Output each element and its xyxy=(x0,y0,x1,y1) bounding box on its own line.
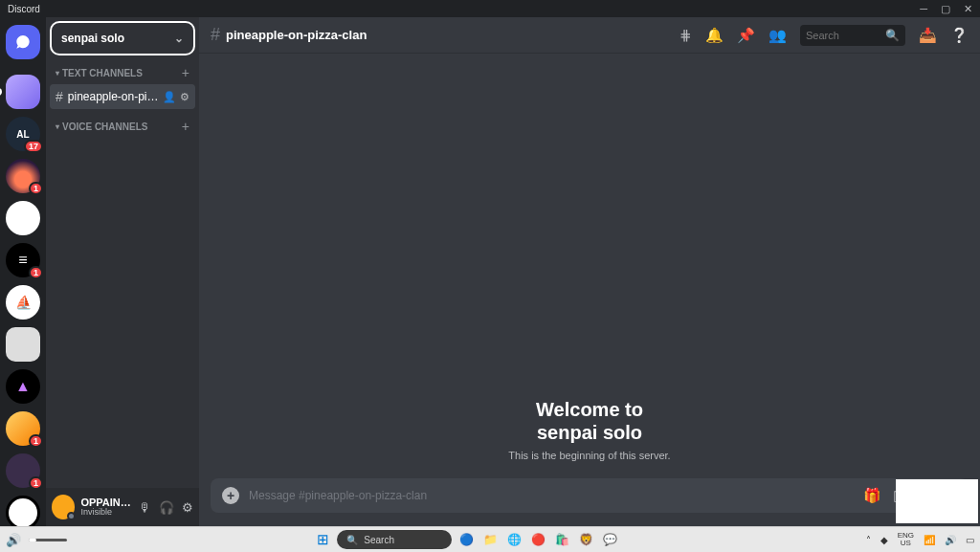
server-name: senpai solo xyxy=(61,32,124,45)
start-button[interactable]: ⊞ xyxy=(313,530,332,549)
category-label: VOICE CHANNELS xyxy=(62,121,147,132)
composer-wrap: + Message #pineapple-on-pizza-clan 🎁 ◫ ▭… xyxy=(199,478,980,526)
server-icon-current[interactable] xyxy=(6,75,40,109)
category-text-channels[interactable]: ▾ TEXT CHANNELS + xyxy=(50,61,195,84)
gift-icon[interactable]: 🎁 xyxy=(863,487,881,504)
server-icon[interactable]: 1 xyxy=(6,159,40,193)
language-indicator[interactable]: ENG US xyxy=(898,532,914,547)
chevron-down-icon: ⌄ xyxy=(174,32,184,45)
server-icon[interactable] xyxy=(6,201,40,235)
search-icon: 🔍 xyxy=(346,535,358,545)
taskbar-app-chrome[interactable]: 🌐 xyxy=(504,530,523,549)
taskbar-app-discord[interactable]: 💬 xyxy=(600,530,619,549)
header-channel-name: pineapple-on-pizza-clan xyxy=(226,28,367,42)
battery-icon[interactable]: ▭ xyxy=(966,535,974,545)
welcome-heading: Welcome to senpai solo xyxy=(536,398,643,444)
search-icon: 🔍 xyxy=(885,29,900,42)
message-composer[interactable]: + Message #pineapple-on-pizza-clan 🎁 ◫ ▭… xyxy=(211,478,969,513)
channel-list: ▾ TEXT CHANNELS + # pineapple-on-pizz...… xyxy=(46,61,199,488)
invite-icon[interactable]: 👤 xyxy=(163,91,176,103)
user-status: Invisible xyxy=(80,508,133,518)
taskbar-center: ⊞ 🔍 Search 🔵 📁 🌐 🔴 🛍️ 🦁 💬 xyxy=(75,530,858,549)
server-name-dropdown[interactable]: senpai solo ⌄ xyxy=(50,21,195,55)
server-icon[interactable]: AL17 xyxy=(6,117,40,151)
server-folder[interactable]: 1 xyxy=(6,411,40,446)
app-title: Discord xyxy=(8,4,920,14)
category-label: TEXT CHANNELS xyxy=(62,68,143,78)
server-icon[interactable]: ≡1 xyxy=(6,243,40,277)
status-indicator xyxy=(67,512,76,520)
taskbar-search-label: Search xyxy=(364,535,394,545)
chevron-down-icon: ▾ xyxy=(56,122,59,131)
add-channel-button[interactable]: + xyxy=(182,119,189,134)
home-button[interactable] xyxy=(6,25,40,59)
badge: 1 xyxy=(29,434,43,448)
minimize-button[interactable]: ─ xyxy=(920,3,927,15)
channel-name: pineapple-on-pizz... xyxy=(68,90,163,103)
volume-slider[interactable] xyxy=(29,539,67,541)
attach-button[interactable]: + xyxy=(222,487,239,504)
tray-icon[interactable]: ◆ xyxy=(880,535,888,545)
gear-icon[interactable]: ⚙ xyxy=(180,91,189,103)
channel-controls: 👤 ⚙ xyxy=(163,91,189,103)
mute-icon[interactable]: 🎙 xyxy=(139,500,151,515)
hash-icon: # xyxy=(211,25,220,45)
server-icon[interactable] xyxy=(6,327,40,362)
taskbar-app-explorer[interactable]: 📁 xyxy=(480,530,500,549)
threads-icon[interactable]: ⋕ xyxy=(679,27,692,44)
chevron-down-icon: ▾ xyxy=(56,69,59,77)
channel-sidebar: senpai solo ⌄ ▾ TEXT CHANNELS + # pineap… xyxy=(46,17,199,526)
channel-header: # pineapple-on-pizza-clan ⋕ 🔔 📌 👥 🔍 📥 ❔ xyxy=(199,17,980,54)
add-channel-button[interactable]: + xyxy=(182,65,189,80)
search-input[interactable] xyxy=(806,30,881,41)
avatar[interactable] xyxy=(52,495,75,519)
notifications-icon[interactable]: 🔔 xyxy=(705,27,724,44)
search-box[interactable]: 🔍 xyxy=(800,25,905,46)
inbox-icon[interactable]: 📥 xyxy=(919,27,937,44)
user-info[interactable]: OPPAINO... Invisible xyxy=(80,497,133,518)
sound-icon[interactable]: 🔊 xyxy=(945,535,956,545)
members-icon[interactable]: 👥 xyxy=(768,27,787,44)
server-rail: AL17 1 ≡1 ⛵ ▲ 1 1 1 MAL xyxy=(0,17,46,526)
welcome-area: Welcome to senpai solo This is the begin… xyxy=(199,54,980,478)
taskbar-app-opera[interactable]: 🔴 xyxy=(528,530,547,549)
hash-icon: # xyxy=(56,89,63,104)
category-voice-channels[interactable]: ▾ VOICE CHANNELS + xyxy=(50,115,195,138)
badge: 1 xyxy=(29,182,43,195)
window-controls: ─ ▢ ✕ xyxy=(920,3,972,15)
user-panel: OPPAINO... Invisible 🎙 🎧 ⚙ xyxy=(46,488,199,526)
composer-placeholder: Message #pineapple-on-pizza-clan xyxy=(249,489,854,502)
server-icon[interactable]: ▲ xyxy=(6,369,40,404)
app-body: AL17 1 ≡1 ⛵ ▲ 1 1 1 MAL senpai solo ⌄ ▾ … xyxy=(0,17,980,526)
taskbar-app-store[interactable]: 🛍️ xyxy=(552,530,571,549)
chat-main: # pineapple-on-pizza-clan ⋕ 🔔 📌 👥 🔍 📥 ❔ … xyxy=(199,17,980,526)
help-icon[interactable]: ❔ xyxy=(950,27,969,44)
server-icon[interactable]: ⛵ xyxy=(6,285,40,320)
pinned-icon[interactable]: 📌 xyxy=(737,27,755,44)
close-button[interactable]: ✕ xyxy=(964,3,972,15)
channel-pineapple-on-pizza-clan[interactable]: # pineapple-on-pizz... 👤 ⚙ xyxy=(50,84,195,109)
badge: 17 xyxy=(24,140,43,153)
volume-icon[interactable]: 🔊 xyxy=(6,533,21,547)
settings-icon[interactable]: ⚙ xyxy=(182,500,193,515)
server-icon[interactable]: 1 xyxy=(6,453,40,488)
badge: 1 xyxy=(29,266,43,279)
titlebar: Discord ─ ▢ ✕ xyxy=(0,0,980,17)
maximize-button[interactable]: ▢ xyxy=(941,3,950,15)
tray-chevron-icon[interactable]: ˄ xyxy=(866,535,871,545)
welcome-subtitle: This is the beginning of this server. xyxy=(508,450,670,461)
user-controls: 🎙 🎧 ⚙ xyxy=(139,500,193,515)
taskbar-app-edge[interactable]: 🔵 xyxy=(457,530,476,549)
overlay-patch xyxy=(896,479,978,523)
taskbar-search[interactable]: 🔍 Search xyxy=(337,530,452,549)
badge: 1 xyxy=(29,476,43,490)
wifi-icon[interactable]: 📶 xyxy=(924,535,935,545)
taskbar-app-brave[interactable]: 🦁 xyxy=(576,530,595,549)
windows-taskbar: 🔊 ⊞ 🔍 Search 🔵 📁 🌐 🔴 🛍️ 🦁 💬 ˄ ◆ ENG US 📶… xyxy=(0,526,980,552)
deafen-icon[interactable]: 🎧 xyxy=(159,500,174,515)
taskbar-right: ˄ ◆ ENG US 📶 🔊 ▭ xyxy=(866,532,974,547)
taskbar-left: 🔊 xyxy=(6,533,67,547)
server-icon[interactable] xyxy=(6,496,40,526)
header-actions: ⋕ 🔔 📌 👥 🔍 📥 ❔ xyxy=(679,25,969,46)
